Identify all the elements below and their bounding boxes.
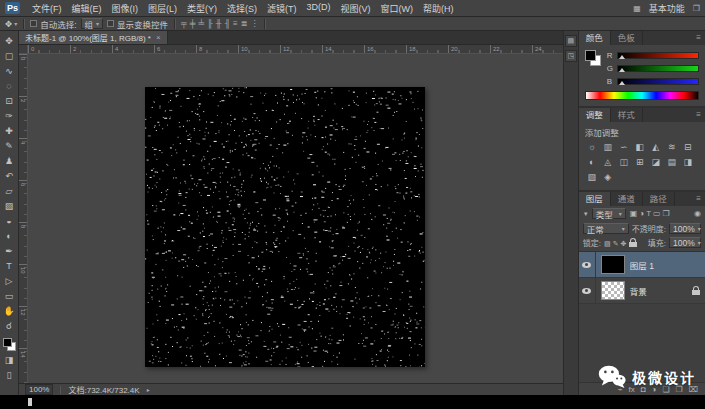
status-flyout-icon[interactable]: ▸ — [147, 386, 150, 393]
menu-item[interactable]: 选择(S) — [222, 2, 262, 15]
opacity-dropdown[interactable]: 100% ▾ — [669, 223, 701, 234]
menu-item[interactable]: 视图(V) — [336, 2, 376, 15]
pen-tool[interactable]: ✒ — [0, 244, 18, 259]
align-horizontal-centers-icon[interactable]: ╫ — [216, 18, 222, 30]
menu-item[interactable]: 图层(L) — [143, 2, 182, 15]
lasso-tool[interactable]: ∿ — [0, 64, 18, 79]
tab-channels[interactable]: 通道 — [611, 192, 643, 206]
vibrance-icon[interactable]: ◭ — [648, 140, 664, 155]
panel-menu-icon[interactable]: ≡ — [692, 192, 705, 206]
lock-position-icon[interactable]: ✥ — [620, 240, 628, 247]
layer-thumbnail[interactable] — [601, 255, 625, 274]
hue-saturation-icon[interactable]: ≋ — [664, 140, 680, 155]
exposure-icon[interactable]: ◧ — [632, 140, 648, 155]
brush-tool[interactable]: ✎ — [0, 139, 18, 154]
workspace-selector[interactable]: 基本功能 — [649, 2, 685, 15]
photoshop-logo[interactable]: Ps — [5, 2, 20, 14]
filtering-toggle-icon[interactable]: ◉ — [694, 209, 701, 218]
ruler-origin-corner[interactable] — [19, 45, 28, 54]
align-bottom-edges-icon[interactable]: ╧ — [198, 18, 204, 30]
tab-paths[interactable]: 路径 — [643, 192, 675, 206]
tab-close-icon[interactable]: × — [156, 33, 161, 42]
invert-icon[interactable]: ◪ — [648, 155, 664, 170]
gradient-tool[interactable]: ▨ — [0, 199, 18, 214]
panel-color-swatches[interactable] — [585, 50, 601, 66]
menu-item[interactable]: 图像(I) — [107, 2, 144, 15]
brightness-contrast-icon[interactable]: ☼ — [584, 140, 600, 155]
filter-smart-objects-icon[interactable]: ❒ — [662, 209, 671, 218]
vertical-ruler[interactable]: 02468101214 — [19, 54, 28, 383]
photo-filter-icon[interactable]: ◬ — [600, 155, 616, 170]
menu-item[interactable]: 3D(D) — [302, 2, 336, 15]
selective-color-icon[interactable]: ◈ — [600, 170, 616, 185]
hand-tool[interactable]: ✋ — [0, 304, 18, 319]
tab-layers[interactable]: 图层 — [579, 192, 611, 206]
eraser-tool[interactable]: ▱ — [0, 184, 18, 199]
panel-menu-icon[interactable]: ≡ — [692, 31, 705, 45]
zoom-level-field[interactable]: 100% — [25, 384, 53, 395]
screen-mode-button[interactable]: ▯ — [0, 368, 18, 383]
move-tool[interactable]: ✥ — [0, 34, 18, 49]
filter-type-layers-icon[interactable]: T — [645, 209, 652, 218]
align-vertical-centers-icon[interactable]: ╪ — [190, 18, 196, 30]
distribute-horizontal-icon[interactable]: ≣ — [241, 18, 248, 30]
tab-adjustments[interactable]: 调整 — [579, 108, 611, 122]
color-spectrum-ramp[interactable] — [585, 91, 699, 100]
gradient-map-icon[interactable]: ▧ — [584, 170, 600, 185]
document-canvas[interactable] — [145, 87, 425, 367]
slider-track[interactable] — [617, 65, 699, 72]
menu-item[interactable]: 文件(F) — [27, 2, 67, 15]
workspace-grid-icon[interactable]: ▦ — [633, 4, 641, 13]
document-tab[interactable]: 未标题-1 @ 100%(图层 1, RGB/8) * × — [19, 31, 168, 44]
layer-visibility-toggle[interactable] — [579, 252, 596, 277]
tab-color[interactable]: 颜色 — [579, 31, 611, 45]
slider-thumb-icon[interactable] — [619, 55, 625, 59]
properties-panel-icon[interactable]: ◳ — [565, 50, 577, 62]
tool-preset-picker[interactable]: ✥ ▾ — [5, 19, 17, 29]
horizontal-type-tool[interactable]: T — [0, 259, 18, 274]
canvas-viewport[interactable] — [28, 54, 563, 383]
menu-item[interactable]: 滤镜(T) — [262, 2, 302, 15]
lock-image-pixels-icon[interactable]: ✎ — [612, 240, 620, 247]
blur-tool[interactable]: ◒ — [0, 214, 18, 229]
menu-item[interactable]: 编辑(E) — [67, 2, 107, 15]
auto-select-target-dropdown[interactable]: 组 ▾ — [81, 18, 104, 29]
quick-selection-tool[interactable]: ◌ — [0, 79, 18, 94]
levels-icon[interactable]: ▥ — [600, 140, 616, 155]
show-transform-checkbox[interactable]: 显示变换控件 — [107, 18, 168, 30]
filter-shape-layers-icon[interactable]: ▭ — [652, 209, 662, 218]
distribute-vertical-icon[interactable]: ≡ — [233, 18, 238, 30]
history-brush-tool[interactable]: ↶ — [0, 169, 18, 184]
tab-styles[interactable]: 样式 — [611, 108, 643, 122]
threshold-icon[interactable]: ◨ — [680, 155, 696, 170]
spot-healing-brush-tool[interactable]: ✚ — [0, 124, 18, 139]
black-white-icon[interactable]: ◐ — [584, 155, 600, 170]
history-panel-icon[interactable]: ▤ — [565, 35, 577, 47]
zoom-tool[interactable]: ☌ — [0, 319, 18, 334]
menu-item[interactable]: 类型(Y) — [182, 2, 222, 15]
lock-transparent-pixels-icon[interactable]: ▨ — [603, 240, 612, 247]
color-lookup-icon[interactable]: ⊞ — [632, 155, 648, 170]
rectangle-tool[interactable]: ▭ — [0, 289, 18, 304]
filter-kind-dropdown[interactable]: 类型 ▾ — [592, 208, 626, 219]
eyedropper-tool[interactable]: ✑ — [0, 109, 18, 124]
rectangular-marquee-tool[interactable]: ▢ — [0, 49, 18, 64]
curves-icon[interactable]: ∽ — [616, 140, 632, 155]
auto-select-checkbox[interactable]: 自动选择: — [30, 18, 76, 30]
align-top-edges-icon[interactable]: ╤ — [181, 18, 187, 30]
lock-all-icon[interactable] — [629, 238, 637, 247]
path-selection-tool[interactable]: ▷ — [0, 274, 18, 289]
filter-pixel-layers-icon[interactable]: ▣ — [629, 209, 639, 218]
layer-thumbnail[interactable] — [601, 281, 625, 300]
menu-item[interactable]: 窗口(W) — [376, 2, 419, 15]
foreground-color-swatch[interactable] — [3, 338, 12, 347]
slider-track[interactable] — [617, 78, 699, 85]
window-restore-icon[interactable]: ❐ — [693, 4, 700, 13]
layer-row[interactable]: 图层 1 — [579, 252, 705, 278]
fill-dropdown[interactable]: 100% ▾ — [669, 237, 701, 248]
menu-item[interactable]: 帮助(H) — [418, 2, 459, 15]
slider-thumb-icon[interactable] — [619, 68, 625, 72]
channel-mixer-icon[interactable]: ◫ — [616, 155, 632, 170]
horizontal-ruler[interactable]: 024681012141618202224 — [28, 45, 563, 54]
distribute-spacing-icon[interactable]: ⋮ — [250, 18, 258, 30]
